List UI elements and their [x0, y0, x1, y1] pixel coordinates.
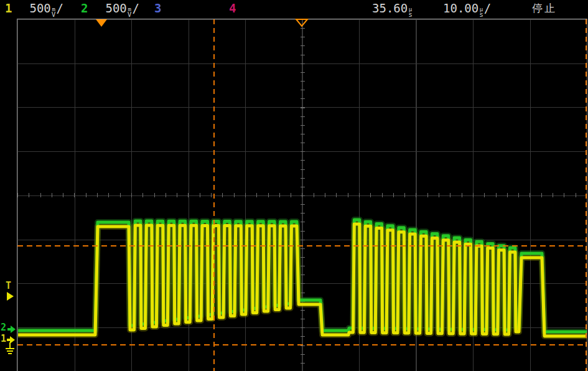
- ch1-scale-button[interactable]: 1 500 mV /: [5, 1, 63, 19]
- status-bar: 1 500 mV / 2 500 mV / 3 4 35.60 µs 10.00…: [0, 0, 588, 17]
- ch3-button[interactable]: 3: [154, 1, 161, 15]
- ch2-number: 2: [81, 1, 88, 15]
- ch4-button[interactable]: 4: [229, 1, 236, 15]
- graticule: [17, 19, 587, 371]
- ch2-scale-button[interactable]: 2 500 mV /: [81, 1, 139, 19]
- ground-bar-1: [6, 348, 14, 349]
- ground-icon: [9, 342, 11, 348]
- oscilloscope-screen: 1 500 mV / 2 500 mV / 3 4 35.60 µs 10.00…: [0, 0, 588, 371]
- ch2-scale-suffix: /: [132, 1, 139, 15]
- trigger-level-marker-icon[interactable]: [7, 292, 14, 301]
- vertical-cursor-a[interactable]: [213, 19, 215, 371]
- run-state-badge: 停止: [532, 1, 557, 16]
- horizontal-cursor-a[interactable]: [17, 245, 587, 247]
- ch4-number: 4: [229, 1, 236, 15]
- vertical-cursor-b[interactable]: [586, 19, 587, 371]
- waveform-traces: [17, 19, 587, 371]
- ch1-position-label: 1: [1, 334, 6, 344]
- ch2-position-marker-icon[interactable]: [11, 326, 16, 333]
- horizontal-cursor-b[interactable]: [17, 344, 587, 345]
- trigger-position-marker-icon[interactable]: [96, 19, 107, 27]
- ch1-position-marker-icon[interactable]: [10, 336, 15, 344]
- trigger-time-unit: µs: [408, 7, 413, 18]
- timebase-unit: µs: [479, 7, 483, 18]
- ch1-scale-suffix: /: [56, 1, 63, 15]
- ch1-unit: mV: [52, 7, 56, 18]
- timebase-suffix: /: [484, 1, 491, 15]
- ch2-position-label: 2: [1, 323, 6, 332]
- trigger-level-label: T: [6, 281, 11, 291]
- ground-bar-3: [8, 353, 12, 354]
- ground-bar-2: [7, 350, 13, 352]
- ch1-number: 1: [5, 1, 12, 15]
- ch2-unit: mV: [128, 7, 132, 18]
- timebase-readout: 10.00 µs /: [443, 1, 491, 19]
- trigger-time-readout: 35.60 µs: [372, 1, 413, 19]
- ch2-scale-value: 500: [105, 1, 126, 15]
- ch3-number: 3: [154, 1, 161, 15]
- time-reference-marker-icon[interactable]: [295, 19, 309, 27]
- ch1-scale-value: 500: [29, 1, 50, 15]
